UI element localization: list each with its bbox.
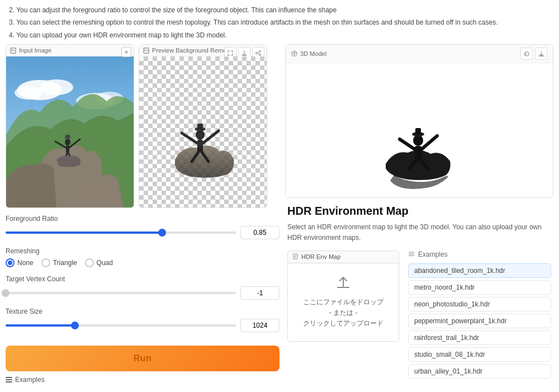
hdr-layout: HDR Env Map ここにファイルをドロップ - または -: [287, 251, 551, 379]
preview-icon: [143, 47, 149, 54]
image-icon: [10, 47, 16, 54]
foreground-ratio-label: Foreground Ratio: [6, 215, 280, 223]
list-icon: [408, 251, 415, 259]
upload-arrow-icon: [335, 275, 351, 294]
top-notes: 2. You can adjust the foreground ratio t…: [0, 0, 559, 44]
remesh-triangle-radio[interactable]: [41, 258, 50, 267]
hdr-file-item[interactable]: neon_photostudio_1k.hdr: [408, 297, 551, 311]
hdr-description: Select an HDR environment map to light t…: [287, 222, 551, 243]
svg-rect-15: [65, 135, 70, 138]
preview-header: Preview Background Removal: [139, 45, 267, 56]
model-panel: 3D Model: [285, 44, 553, 198]
hdr-examples: Examples abandoned_tiled_room_1k.hdrmetr…: [408, 251, 551, 379]
svg-point-5: [15, 86, 42, 100]
remesh-quad-label: Quad: [97, 259, 113, 267]
model-panel-label: 3D Model: [300, 50, 326, 57]
hdr-upload-panel: HDR Env Map ここにファイルをドロップ - または -: [287, 251, 399, 379]
run-button[interactable]: Run: [6, 346, 280, 371]
hdr-file-list: abandoned_tiled_room_1k.hdrmetro_noord_1…: [408, 263, 551, 379]
note-2: 2. You can adjust the foreground ratio t…: [9, 4, 550, 16]
hdr-upload-body[interactable]: ここにファイルをドロップ - または - クリックしてアップロード: [287, 263, 399, 342]
foreground-ratio-control: Foreground Ratio 0.85: [6, 215, 280, 239]
input-image-panel: Input Image ×: [6, 44, 134, 208]
vertex-count-slider[interactable]: [6, 292, 236, 294]
remesh-quad-option[interactable]: Quad: [85, 258, 113, 267]
svg-rect-30: [197, 124, 203, 130]
svg-line-34: [421, 136, 437, 149]
hamburger-icon: [6, 377, 12, 382]
hdr-file-item[interactable]: urban_alley_01_1k.hdr: [408, 364, 551, 379]
svg-rect-9: [66, 145, 69, 153]
close-button[interactable]: ×: [121, 47, 131, 57]
svg-point-8: [65, 139, 70, 145]
cube-icon: [291, 50, 297, 58]
mountain-image: [6, 56, 134, 207]
preview-svg: [141, 59, 264, 205]
svg-point-4: [40, 79, 73, 95]
model-panel-icons: [520, 48, 547, 60]
remesh-triangle-label: Triangle: [53, 259, 77, 267]
examples-text: Examples: [15, 376, 45, 384]
hdr-file-item[interactable]: peppermint_powerplant_1k.hdr: [408, 314, 551, 328]
preview-body: [139, 56, 267, 207]
hdr-examples-header: Examples: [408, 251, 551, 259]
svg-line-25: [182, 133, 197, 143]
checkerboard-bg: [139, 56, 267, 207]
right-panel: 3D Model: [280, 44, 553, 386]
controls-section: Foreground Ratio 0.85 Remeshing: [6, 215, 280, 386]
hdr-file-item[interactable]: abandoned_tiled_room_1k.hdr: [408, 263, 551, 278]
hdr-upload-label: HDR Env Map: [301, 253, 340, 260]
svg-rect-38: [415, 128, 421, 135]
svg-line-22: [258, 54, 259, 54]
svg-point-18: [256, 53, 258, 54]
remeshing-control: Remeshing None Triangle Quad: [6, 247, 280, 267]
hdr-upload-header: HDR Env Map: [287, 251, 399, 263]
svg-point-23: [196, 130, 205, 140]
texture-size-label: Texture Size: [6, 308, 280, 315]
input-image-label: Input Image: [19, 47, 51, 54]
preview-label: Preview Background Removal: [152, 47, 234, 54]
svg-line-26: [203, 131, 219, 143]
svg-point-19: [259, 51, 261, 53]
foreground-ratio-input[interactable]: 0.85: [240, 226, 280, 239]
vertex-count-label: Target Vertex Count: [6, 275, 280, 283]
remesh-none-radio[interactable]: [6, 258, 15, 267]
remesh-none-option[interactable]: None: [6, 258, 34, 267]
foreground-ratio-slider[interactable]: [6, 232, 236, 234]
texture-size-input[interactable]: 1024: [240, 319, 280, 332]
mountain-svg: [6, 56, 134, 207]
hdr-file-item[interactable]: studio_small_08_1k.hdr: [408, 347, 551, 362]
svg-line-33: [400, 139, 415, 149]
hdr-file-item[interactable]: rainforest_trail_1k.hdr: [408, 330, 551, 345]
hdr-file-item[interactable]: metro_noord_1k.hdr: [408, 280, 551, 295]
note-4: 4. You can upload your own HDR environme…: [9, 30, 550, 41]
svg-point-17: [144, 49, 145, 50]
remeshing-label: Remeshing: [6, 247, 280, 255]
upload-text: ここにファイルをドロップ - または - クリックしてアップロード: [303, 297, 383, 329]
input-image-header: Input Image ×: [6, 45, 134, 56]
svg-line-21: [258, 52, 259, 53]
texture-size-control: Texture Size 1024: [6, 308, 280, 332]
remesh-quad-radio[interactable]: [85, 258, 94, 267]
vertex-count-input[interactable]: -1: [240, 286, 280, 300]
svg-rect-24: [197, 140, 203, 152]
remesh-triangle-option[interactable]: Triangle: [41, 258, 77, 267]
remesh-none-label: None: [17, 259, 34, 267]
hdr-section: HDR Environment Map Select an HDR enviro…: [285, 205, 553, 378]
preview-panel: Preview Background Removal: [139, 44, 267, 208]
download-model-button[interactable]: [535, 48, 547, 60]
left-panel: Input Image ×: [6, 44, 280, 386]
svg-point-20: [259, 54, 261, 56]
hdr-file-icon: [292, 253, 299, 261]
examples-header-label: Examples: [418, 251, 448, 258]
examples-link[interactable]: Examples: [6, 371, 280, 386]
input-image-body: [6, 56, 134, 207]
svg-point-1: [11, 49, 12, 50]
model-body: [286, 63, 553, 197]
model-svg: [363, 69, 475, 192]
model-panel-header: 3D Model: [286, 45, 553, 63]
note-3: 3. You can select the remeshing option t…: [9, 17, 550, 28]
hdr-title: HDR Environment Map: [287, 205, 551, 218]
reset-view-button[interactable]: [520, 48, 533, 60]
texture-size-slider[interactable]: [6, 324, 236, 327]
